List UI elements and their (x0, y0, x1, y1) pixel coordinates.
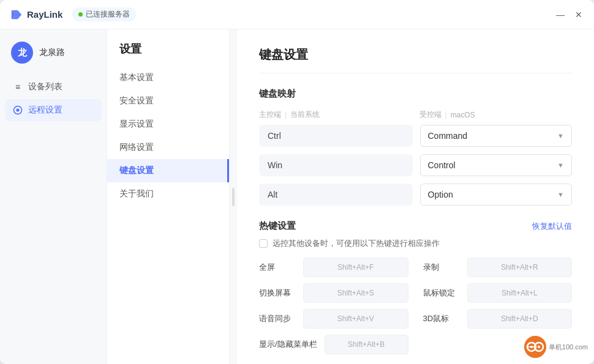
sidebar-nav: ≡ 设备列表 远程设置 (0, 76, 107, 121)
hotkey-value-voice-sync[interactable]: Shift+Alt+V (303, 309, 408, 329)
window-controls: — ✕ (555, 9, 584, 20)
key-source-alt: Alt (259, 184, 413, 206)
hotkey-value-show-hide-menubar[interactable]: Shift+Alt+B (325, 335, 408, 354)
hotkey-name-mouse-lock: 鼠标锁定 (423, 288, 460, 299)
hotkey-section-header: 热键设置 恢复默认值 (259, 220, 572, 232)
key-target-option[interactable]: Option ▼ (420, 184, 573, 206)
settings-panel: 设置 基本设置 安全设置 显示设置 网络设置 键盘设置 关于我们 (107, 29, 230, 364)
sidebar-item-device-list[interactable]: ≡ 设备列表 (5, 76, 102, 98)
svg-point-8 (538, 346, 540, 348)
svg-point-3 (17, 109, 20, 112)
key-mapping-row-2: Alt Option ▼ (259, 184, 572, 206)
minimize-button[interactable]: — (555, 9, 566, 20)
connection-status: 已连接服务器 (72, 7, 136, 21)
page-title: 键盘设置 (259, 46, 572, 73)
menu-item-keyboard[interactable]: 键盘设置 (107, 159, 229, 182)
target-col-header: 受控端 | macOS (419, 110, 573, 120)
hotkey-name-switch-screen: 切换屏幕 (259, 288, 296, 299)
main-layout: 龙 龙泉路 ≡ 设备列表 远程设置 (0, 29, 594, 364)
sidebar-item-remote-settings[interactable]: 远程设置 (5, 99, 102, 121)
hotkey-value-record[interactable]: Shift+Alt+R (467, 258, 573, 277)
key-source-win: Win (259, 154, 413, 176)
content-area: 设置 基本设置 安全设置 显示设置 网络设置 键盘设置 关于我们 键盘设置 键盘… (107, 29, 594, 364)
status-text: 已连接服务器 (86, 9, 130, 20)
controlled-label: 受控端 (419, 110, 442, 120)
hotkey-name-3d-mouse: 3D鼠标 (423, 313, 460, 324)
close-button[interactable]: ✕ (573, 9, 584, 20)
hotkey-name-voice-sync: 语音同步 (259, 313, 296, 324)
hotkey-row-record: 录制 Shift+Alt+R (423, 258, 573, 277)
key-target-command[interactable]: Command ▼ (420, 125, 573, 147)
hotkey-row-show-hide-menubar: 显示/隐藏菜单栏 Shift+Alt+B (259, 335, 408, 354)
key-source-ctrl: Ctrl (259, 125, 413, 147)
hotkey-value-fullscreen[interactable]: Shift+Alt+F (303, 258, 408, 277)
logo-icon (10, 8, 23, 21)
menu-item-security[interactable]: 安全设置 (107, 89, 229, 113)
chevron-down-icon: ▼ (557, 132, 564, 139)
hotkey-value-mouse-lock[interactable]: Shift+Alt+L (467, 283, 573, 303)
watermark-logo (524, 336, 546, 358)
hotkey-value-3d-mouse[interactable]: Shift+Alt+D (467, 309, 573, 329)
current-system-label: 当前系统 (290, 110, 320, 120)
hotkey-section: 热键设置 恢复默认值 远控其他设备时，可使用以下热键进行相应操作 全屏 Shif… (259, 220, 572, 354)
menu-item-display[interactable]: 显示设置 (107, 113, 229, 136)
hotkey-enable-row: 远控其他设备时，可使用以下热键进行相应操作 (259, 238, 572, 249)
watermark-text: 单机100.com (549, 343, 588, 352)
key-mapping-row-1: Win Control ▼ (259, 154, 572, 176)
hotkey-row-mouse-lock: 鼠标锁定 Shift+Alt+L (423, 283, 573, 303)
hotkey-value-switch-screen[interactable]: Shift+Alt+S (303, 283, 408, 303)
hotkey-row-voice-sync: 语音同步 Shift+Alt+V (259, 309, 408, 329)
chevron-down-icon: ▼ (557, 191, 564, 198)
key-target-control[interactable]: Control ▼ (420, 154, 573, 176)
main-content: 键盘设置 键盘映射 主控端 | 当前系统 受控端 | macOS (237, 29, 594, 364)
device-list-icon: ≡ (12, 81, 23, 92)
app-logo: RayLink (10, 8, 62, 21)
settings-title: 设置 (107, 42, 229, 66)
hotkey-name-record: 录制 (423, 262, 460, 273)
key-mapping-section-title: 键盘映射 (259, 88, 572, 100)
divider-inner (232, 188, 235, 206)
sidebar: 龙 龙泉路 ≡ 设备列表 远程设置 (0, 29, 107, 364)
status-dot (78, 12, 83, 17)
user-section: 龙 龙泉路 (0, 42, 107, 76)
titlebar: RayLink 已连接服务器 — ✕ (0, 0, 594, 29)
hotkey-row-fullscreen: 全屏 Shift+Alt+F (259, 258, 408, 277)
key-mapping-row-0: Ctrl Command ▼ (259, 125, 572, 147)
source-col-header: 主控端 | 当前系统 (259, 110, 412, 120)
mapping-headers: 主控端 | 当前系统 受控端 | macOS (259, 110, 572, 120)
chevron-down-icon: ▼ (557, 162, 564, 169)
hotkey-enable-checkbox[interactable] (259, 239, 268, 248)
menu-item-basic[interactable]: 基本设置 (107, 66, 229, 89)
avatar: 龙 (11, 42, 33, 64)
hotkey-name-fullscreen: 全屏 (259, 262, 296, 273)
username: 龙泉路 (39, 47, 65, 58)
controlled-os-label: macOS (451, 111, 475, 119)
controller-label: 主控端 (259, 110, 281, 120)
hotkey-row-switch-screen: 切换屏幕 Shift+Alt+S (259, 283, 408, 303)
restore-defaults-link[interactable]: 恢复默认值 (532, 221, 572, 232)
hotkey-row-3d-mouse: 3D鼠标 Shift+Alt+D (423, 309, 573, 329)
hotkey-enable-label: 远控其他设备时，可使用以下热键进行相应操作 (273, 238, 440, 249)
watermark: 单机100.com (524, 336, 588, 358)
settings-menu: 基本设置 安全设置 显示设置 网络设置 键盘设置 关于我们 (107, 66, 229, 206)
hotkey-section-title: 热键设置 (259, 220, 296, 232)
sidebar-item-label: 设备列表 (28, 81, 62, 92)
menu-item-about[interactable]: 关于我们 (107, 182, 229, 206)
hotkey-name-show-hide-menubar: 显示/隐藏菜单栏 (259, 339, 317, 350)
sidebar-item-label: 远程设置 (28, 105, 62, 116)
panel-divider[interactable] (230, 29, 237, 364)
remote-settings-icon (12, 105, 23, 116)
menu-item-network[interactable]: 网络设置 (107, 136, 229, 159)
logo-text: RayLink (27, 9, 62, 20)
